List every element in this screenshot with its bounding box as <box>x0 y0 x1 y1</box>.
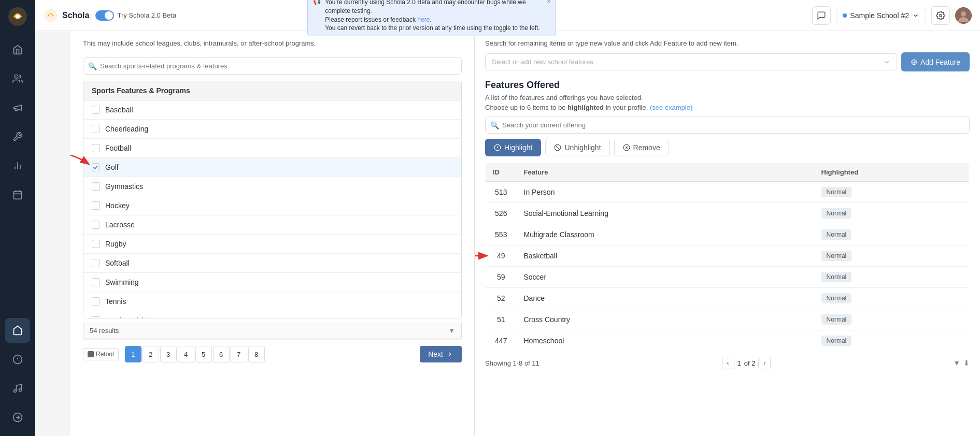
remove-button[interactable]: Remove <box>614 139 669 156</box>
list-item[interactable]: Swimming <box>83 273 461 292</box>
feature-checkbox[interactable] <box>92 316 100 318</box>
sidebar-item-chart[interactable] <box>5 153 30 178</box>
table-row[interactable]: 447 Homeschool Normal <box>486 330 970 352</box>
list-item[interactable]: Lacrosse <box>83 215 461 235</box>
right-panel: Search for remaining items or type new v… <box>475 31 980 436</box>
next-button[interactable]: Next <box>420 346 462 362</box>
chat-icon-btn[interactable] <box>812 6 831 25</box>
cell-id: 51 <box>486 309 517 330</box>
list-item[interactable]: Baseball <box>83 100 461 120</box>
features-list: BaseballCheerleadingFootballGolfGymnasti… <box>83 100 461 318</box>
list-item[interactable]: Softball <box>83 254 461 273</box>
feature-checkbox[interactable] <box>92 182 100 191</box>
table-row[interactable]: 51 Cross Country Normal <box>486 309 970 330</box>
feature-checkbox[interactable] <box>92 240 100 248</box>
beta-toggle[interactable] <box>95 10 114 21</box>
feature-checkbox[interactable] <box>92 259 100 267</box>
page-number-btn[interactable]: 6 <box>213 346 230 362</box>
sidebar-item-arrow[interactable] <box>5 405 30 430</box>
feature-checkbox[interactable] <box>92 106 100 114</box>
sidebar-item-calendar[interactable] <box>5 182 30 207</box>
notification-link[interactable]: here <box>417 16 430 23</box>
add-feature-button[interactable]: ⊕ Add Feature <box>901 52 970 71</box>
list-item[interactable]: Golf <box>83 158 461 177</box>
page-number-btn[interactable]: 3 <box>160 346 177 362</box>
svg-point-1 <box>16 14 20 19</box>
normal-badge: Normal <box>821 229 852 240</box>
sidebar-item-home[interactable] <box>5 37 30 62</box>
page-number-btn[interactable]: 7 <box>231 346 247 362</box>
cell-highlighted: Normal <box>814 182 970 203</box>
svg-point-2 <box>15 75 18 79</box>
avatar[interactable] <box>955 7 972 24</box>
list-item[interactable]: Rugby <box>83 235 461 254</box>
table-download-icon[interactable]: ⬇ <box>963 359 970 367</box>
feature-select-dropdown[interactable]: Select or add new school features <box>485 53 897 70</box>
sidebar-item-school[interactable] <box>5 318 30 343</box>
table-row[interactable]: 526 Social-Emotional Learning Normal <box>486 203 970 224</box>
topbar-logo: Schola <box>44 8 89 23</box>
list-item[interactable]: Tennis <box>83 292 461 311</box>
list-item[interactable]: Track & Field <box>83 311 461 318</box>
table-row[interactable]: 59 Soccer Normal <box>486 267 970 288</box>
sidebar-item-tools[interactable] <box>5 124 30 149</box>
retool-icon <box>88 351 94 357</box>
tpag-page-num: 1 <box>737 359 741 367</box>
showing-text: Showing 1-8 of 11 <box>485 359 539 367</box>
list-item[interactable]: Gymnastics <box>83 177 461 196</box>
feature-label: Softball <box>105 259 130 267</box>
table-row[interactable]: 52 Dance Normal <box>486 288 970 309</box>
sports-search-input[interactable] <box>83 57 462 75</box>
feature-checkbox[interactable] <box>92 125 100 133</box>
feature-label: Golf <box>105 163 119 171</box>
sidebar-item-info[interactable] <box>5 347 30 372</box>
page-number-btn[interactable]: 5 <box>195 346 212 362</box>
col-header-feature: Feature <box>517 163 814 182</box>
table-row[interactable]: 513 In Person Normal <box>486 182 970 203</box>
retool-badge: Retool <box>83 348 119 360</box>
topbar-right: Sample School #2 <box>812 6 972 25</box>
tpag-next-btn[interactable]: › <box>758 357 771 369</box>
table-filter-icon[interactable]: ▼ <box>953 359 960 367</box>
sidebar-item-people[interactable] <box>5 66 30 91</box>
list-item[interactable]: Football <box>83 139 461 158</box>
highlight-button[interactable]: Highlight <box>485 139 541 156</box>
feature-checkbox[interactable] <box>92 201 100 210</box>
page-number-btn[interactable]: 8 <box>248 346 265 362</box>
tpag-of: of 2 <box>744 359 756 367</box>
page-number-btn[interactable]: 1 <box>125 346 141 362</box>
table-row[interactable]: 49 Basketball Normal <box>486 245 970 267</box>
sports-search-wrap: 🔍 <box>83 57 462 75</box>
chevron-down-icon <box>912 12 919 19</box>
feature-checkbox[interactable] <box>92 297 100 306</box>
svg-point-18 <box>49 14 52 17</box>
sidebar-nav <box>0 37 35 207</box>
normal-badge: Normal <box>821 251 852 261</box>
list-item[interactable]: Cheerleading <box>83 120 461 139</box>
table-row[interactable]: 553 Multigrade Classroom Normal <box>486 224 970 245</box>
sidebar-bottom <box>5 318 30 436</box>
search-icon: 🔍 <box>88 62 97 70</box>
see-example-link[interactable]: (see example) <box>650 104 692 111</box>
results-count: 54 results <box>90 327 119 335</box>
close-notification-icon[interactable]: × <box>547 0 550 5</box>
school-selector[interactable]: Sample School #2 <box>836 8 926 23</box>
filter-icon[interactable]: ▼ <box>448 327 455 335</box>
settings-icon-btn[interactable] <box>931 6 950 25</box>
feature-checkbox[interactable] <box>92 278 100 286</box>
tpag-prev-btn[interactable]: ‹ <box>722 357 734 369</box>
select-placeholder: Select or add new school features <box>492 58 593 66</box>
unhighlight-button[interactable]: Unhighlight <box>545 139 609 156</box>
search-offerings-input[interactable] <box>485 117 970 134</box>
page-number-btn[interactable]: 4 <box>178 346 194 362</box>
feature-checkbox[interactable] <box>92 221 100 229</box>
feature-checkbox[interactable] <box>92 163 100 171</box>
sidebar-item-music[interactable] <box>5 376 30 401</box>
cell-highlighted: Normal <box>814 224 970 245</box>
sidebar-item-megaphone[interactable] <box>5 95 30 120</box>
main-content: This may include school leagues, clubs, … <box>70 31 980 436</box>
pagination-bar: Retool 12345678 Next <box>83 339 462 369</box>
list-item[interactable]: Hockey <box>83 196 461 215</box>
feature-checkbox[interactable] <box>92 144 100 152</box>
page-number-btn[interactable]: 2 <box>143 346 159 362</box>
